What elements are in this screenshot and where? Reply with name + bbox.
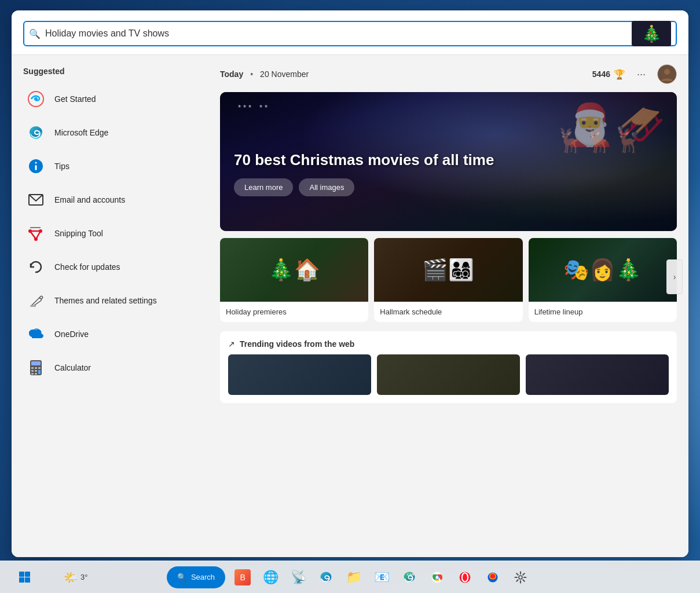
points-area: 5446 🏆: [592, 69, 625, 80]
sidebar-item-edge-label: Microsoft Edge: [54, 128, 108, 137]
taskbar-center-icons: 🔍 Search B 🌐 📡: [167, 565, 533, 590]
trending-section: ↗ Trending videos from the web: [220, 331, 677, 403]
learn-more-button[interactable]: Learn more: [234, 178, 293, 196]
all-images-button[interactable]: All images: [299, 178, 354, 196]
sidebar-item-snipping[interactable]: Snipping Tool: [17, 217, 203, 250]
taskbar-outlook-icon[interactable]: 🌐: [258, 565, 283, 590]
svg-text:CAN: CAN: [407, 572, 415, 576]
search-icon: 🔍: [29, 28, 41, 39]
svg-point-25: [664, 69, 670, 75]
updates-icon: [25, 257, 46, 277]
taskbar-rss-icon[interactable]: 📡: [285, 565, 311, 590]
mail-icon: 📧: [374, 570, 390, 585]
svg-point-12: [34, 237, 38, 241]
thumbnail-next-button[interactable]: ›: [666, 259, 683, 294]
taskbar-search-button[interactable]: 🔍 Search: [167, 566, 225, 588]
weather-widget[interactable]: 🌤️ 3°: [64, 570, 87, 584]
svg-rect-22: [38, 370, 41, 374]
thumbnail-card-2[interactable]: 🎭👩🎄 Lifetime lineup: [529, 238, 677, 322]
thumbnail-img-2: 🎭👩🎄: [529, 238, 677, 302]
trending-thumb-2[interactable]: [526, 354, 669, 395]
taskbar-start-area: [12, 565, 37, 590]
sidebar-item-edge[interactable]: Microsoft Edge: [17, 116, 203, 149]
edge-icon-tb: [319, 570, 333, 584]
svg-rect-17: [31, 367, 34, 369]
svg-rect-16: [31, 361, 41, 365]
rss-icon: 📡: [291, 570, 306, 585]
edge-canary-icon: CAN: [402, 570, 416, 584]
today-label: Today: [220, 69, 243, 79]
trending-icon: ↗: [228, 339, 235, 349]
svg-point-11: [39, 229, 42, 233]
microsoft-edge-icon: [25, 122, 46, 143]
svg-rect-5: [35, 165, 37, 170]
get-started-icon: [25, 89, 46, 109]
trending-title: Trending videos from the web: [240, 339, 354, 349]
taskbar-brave-icon[interactable]: B: [230, 565, 255, 590]
svg-rect-24: [35, 373, 37, 375]
sidebar-item-onedrive-label: OneDrive: [54, 330, 89, 339]
thumbnail-card-1[interactable]: 🎬👨‍👩‍👧‍👦 Hallmark schedule: [374, 238, 522, 322]
thumbnail-img-0: 🎄🏠: [220, 238, 368, 302]
points-count: 5446: [592, 69, 610, 79]
taskbar-mail-icon[interactable]: 📧: [369, 565, 394, 590]
thumbnail-card-0[interactable]: 🎄🏠 Holiday premieres: [220, 238, 368, 322]
sidebar-title: Suggested: [17, 67, 203, 83]
taskbar-firefox-icon[interactable]: [480, 565, 505, 590]
hero-text-overlay: 70 best Christmas movies of all time Lea…: [234, 151, 663, 196]
tv-search-icon[interactable]: 🎄: [632, 21, 671, 46]
search-icon-tb: 🔍: [177, 573, 186, 581]
taskbar-chrome-icon[interactable]: [424, 565, 450, 590]
trending-thumbs: [228, 354, 669, 395]
chrome-icon: [430, 570, 444, 584]
calculator-icon: [25, 357, 46, 378]
outlook-icon: 🌐: [263, 570, 278, 585]
search-label: Search: [191, 573, 215, 581]
date-dot: •: [250, 69, 253, 79]
svg-point-31: [436, 576, 439, 579]
more-options-button[interactable]: ···: [632, 66, 650, 83]
taskbar-settings-icon[interactable]: [508, 565, 533, 590]
onedrive-icon: [25, 324, 46, 345]
sidebar-item-updates-label: Check for updates: [54, 262, 120, 272]
trending-thumb-0[interactable]: [228, 354, 371, 395]
hero-title: 70 best Christmas movies of all time: [234, 151, 663, 169]
svg-point-1: [34, 97, 38, 101]
email-icon: [25, 189, 46, 210]
weather-icon: 🌤️: [64, 570, 78, 584]
search-input[interactable]: [45, 28, 632, 39]
opera-icon: [458, 570, 472, 584]
sidebar-item-tips-label: Tips: [54, 162, 69, 171]
sidebar-item-onedrive[interactable]: OneDrive: [17, 318, 203, 350]
taskbar-edge-canary-icon[interactable]: CAN: [397, 565, 422, 590]
brave-icon-inner: B: [234, 569, 251, 585]
sidebar: Suggested Get Started: [12, 55, 208, 557]
sidebar-item-calculator[interactable]: Calculator: [17, 352, 203, 384]
svg-rect-21: [35, 370, 37, 372]
taskbar: 🌤️ 3° 🔍 Search B 🌐 📡: [0, 561, 700, 593]
main-content: Suggested Get Started: [12, 55, 688, 557]
svg-rect-18: [35, 367, 37, 369]
sidebar-item-email-label: Email and accounts: [54, 195, 125, 204]
sidebar-item-calculator-label: Calculator: [54, 363, 91, 372]
weather-temperature: 3°: [80, 573, 87, 581]
start-button[interactable]: [12, 565, 37, 590]
right-panel: Today • 20 November 5446 🏆 ···: [208, 55, 688, 557]
search-bar-wrapper: 🔍 🎄: [23, 21, 677, 46]
taskbar-edge-icon[interactable]: [313, 565, 339, 590]
hero-banner[interactable]: ★ ★ ★ ★ ★ 🎅🛷 🦌🦌🦌 70 best Christmas movie…: [220, 92, 677, 231]
trending-thumb-1[interactable]: [377, 354, 520, 395]
trending-header: ↗ Trending videos from the web: [228, 339, 669, 349]
sidebar-item-email[interactable]: Email and accounts: [17, 184, 203, 216]
sidebar-item-snipping-label: Snipping Tool: [54, 229, 103, 238]
sidebar-item-updates[interactable]: Check for updates: [17, 251, 203, 283]
thumbnail-img-1: 🎬👨‍👩‍👧‍👦: [374, 238, 522, 302]
avatar[interactable]: [657, 64, 677, 84]
taskbar-file-manager-icon[interactable]: 📁: [341, 565, 367, 590]
sidebar-item-tips[interactable]: Tips: [17, 150, 203, 182]
taskbar-opera-icon[interactable]: [452, 565, 478, 590]
sidebar-item-get-started[interactable]: Get Started: [17, 83, 203, 115]
svg-point-35: [519, 576, 522, 579]
sidebar-item-themes[interactable]: Themes and related settings: [17, 284, 203, 317]
svg-rect-14: [30, 305, 36, 307]
